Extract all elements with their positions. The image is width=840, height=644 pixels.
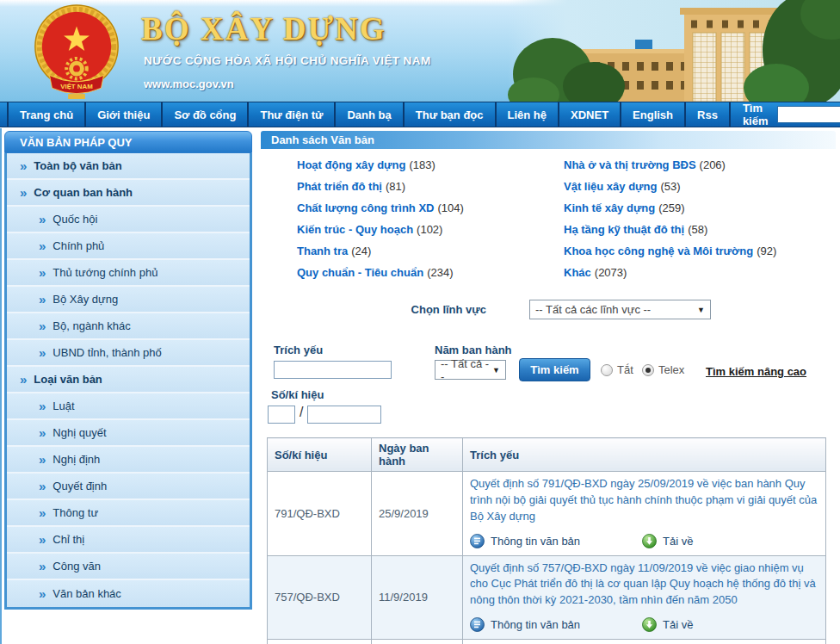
nav-item-thu-ban-doc[interactable]: Thư bạn đọc <box>405 102 497 127</box>
category-column-left: Hoạt động xây dựng(183) Phát triển đô th… <box>297 154 464 283</box>
category-hoat-dong-xay-dung: Hoạt động xây dựng(183) <box>297 154 464 176</box>
table-row: 791/QĐ-BXD 25/9/2019 Quyết định số 791/Q… <box>268 472 826 556</box>
sidebar-item-bo-xay-dung[interactable]: »Bộ Xây dựng <box>7 287 250 313</box>
sidebar-item-label: Quốc hội <box>52 213 97 226</box>
nav-item-gioi-thieu[interactable]: Giới thiệu <box>86 102 163 127</box>
sidebar-item-co-quan-ban-hanh[interactable]: »Cơ quan ban hành <box>7 180 250 207</box>
double-arrow-icon: » <box>39 266 46 279</box>
sidebar-item-luat[interactable]: »Luật <box>7 393 250 420</box>
category-vat-lieu-xay-dung: Vật liệu xây dựng(53) <box>564 176 776 197</box>
sidebar-item-toan-bo-van-ban[interactable]: »Toàn bộ văn bản <box>7 153 250 180</box>
category-kinh-te-xay-dung: Kinh tế xây dựng(259) <box>564 197 776 219</box>
radio-group-telex: Telex <box>642 363 684 376</box>
category-link[interactable]: Phát triển đô thị <box>297 180 382 193</box>
ki-hieu-input[interactable] <box>307 406 381 424</box>
tim-kiem-button[interactable]: Tìm kiếm <box>519 358 590 381</box>
sidebar-item-bo-nganh-khac[interactable]: »Bộ, ngành khác <box>7 313 250 340</box>
sidebar-item-label: Loại văn bản <box>34 373 102 386</box>
category-ha-tang-ky-thuat: Hạ tầng kỹ thuật đô thị(58) <box>564 219 776 240</box>
nav-item-thu-dien-tu[interactable]: Thư điện tử <box>249 102 336 127</box>
category-link[interactable]: Khác <box>564 266 591 279</box>
category-link[interactable]: Chất lượng công trình XD <box>297 201 434 214</box>
main-nav: Trang chủ Giới thiệu Sơ đồ cổng Thư điện… <box>0 102 840 127</box>
trich-yeu-input[interactable] <box>274 361 392 379</box>
sidebar-item-label: Thủ tướng chính phủ <box>52 266 158 279</box>
nam-selected-value: -- Tất cả -- <box>441 357 492 383</box>
sidebar-item-loai-van-ban[interactable]: »Loại văn bản <box>7 367 250 393</box>
nav-item-xdnet[interactable]: XDNET <box>559 102 621 127</box>
double-arrow-icon: » <box>20 186 27 199</box>
double-arrow-icon: » <box>39 293 46 306</box>
sidebar-item-quyet-dinh[interactable]: »Quyết định <box>7 474 250 500</box>
sidebar-item-ubnd-tinh-thanh-pho[interactable]: »UBND tỉnh, thành phố <box>7 340 250 367</box>
category-link[interactable]: Hạ tầng kỹ thuật đô thị <box>564 223 684 236</box>
download-icon <box>642 617 657 632</box>
site-header: VIỆT NAM BỘ XÂY DỰNG NƯỚC CỘNG HÒA XÃ HỘ… <box>0 0 840 102</box>
chevron-down-icon: ▼ <box>697 306 705 314</box>
doc-info-link[interactable]: Thông tin văn bản <box>470 617 580 632</box>
category-link[interactable]: Quy chuẩn - Tiêu chuẩn <box>297 266 423 279</box>
download-icon <box>642 534 657 548</box>
category-count: (58) <box>688 223 707 236</box>
doc-download-label: Tải về <box>663 618 693 631</box>
double-arrow-icon: » <box>20 159 27 172</box>
doc-date: 25/9/2019 <box>372 472 463 556</box>
nav-item-rss[interactable]: Rss <box>686 102 731 127</box>
sidebar-item-label: Nghị định <box>52 453 100 466</box>
sidebar-item-label: Toàn bộ văn bản <box>34 159 121 172</box>
double-arrow-icon: » <box>39 587 46 600</box>
vietnam-national-emblem: VIỆT NAM <box>26 3 127 101</box>
category-count: (104) <box>437 201 463 214</box>
double-arrow-icon: » <box>39 213 46 226</box>
sidebar-item-chinh-phu[interactable]: »Chính phủ <box>7 233 250 260</box>
nav-item-english[interactable]: English <box>621 102 686 127</box>
linh-vuc-select[interactable]: -- Tất cả các lĩnh vực -- ▼ <box>529 300 711 319</box>
sidebar-item-cong-van[interactable]: »Công văn <box>7 554 250 580</box>
category-link[interactable]: Vật liệu xây dựng <box>564 180 657 193</box>
nam-ban-hanh-select[interactable]: -- Tất cả -- ▼ <box>435 360 506 380</box>
double-arrow-icon: » <box>20 373 27 386</box>
category-link[interactable]: Khoa học công nghệ và Môi trường <box>564 245 753 257</box>
doc-download-link[interactable]: Tải về <box>642 534 693 548</box>
sidebar-list: »Toàn bộ văn bản »Cơ quan ban hành »Quốc… <box>4 153 252 610</box>
chevron-down-icon: ▼ <box>492 366 500 375</box>
doc-summary-link[interactable]: Quyết định số 791/QĐ-BXD ngày 25/09/2019… <box>470 476 818 525</box>
tat-radio[interactable] <box>601 364 613 376</box>
nav-item-lien-he[interactable]: Liên hệ <box>497 102 560 127</box>
category-link[interactable]: Hoạt động xây dựng <box>297 158 405 171</box>
advanced-search-link[interactable]: Tìm kiếm nâng cao <box>706 365 806 378</box>
sidebar-item-nghi-quyet[interactable]: »Nghị quyết <box>7 420 250 447</box>
category-link[interactable]: Nhà ở và thị trường BĐS <box>564 158 696 171</box>
sidebar-item-chi-thi[interactable]: »Chỉ thị <box>7 527 250 554</box>
document-info-icon <box>470 617 485 632</box>
page-left-border <box>0 128 2 644</box>
nav-item-so-do-cong[interactable]: Sơ đồ cổng <box>163 102 249 127</box>
sidebar-item-label: Cơ quan ban hành <box>34 186 133 199</box>
emblem-text: VIỆT NAM <box>60 83 93 90</box>
sidebar-item-label: Luật <box>52 399 74 412</box>
sidebar-item-van-ban-khac[interactable]: »Văn bản khác <box>7 580 250 607</box>
sidebar-item-label: Văn bản khác <box>52 587 121 600</box>
category-kien-truc-quy-hoach: Kiến trúc - Quy hoạch(102) <box>297 219 464 240</box>
doc-info-link[interactable]: Thông tin văn bản <box>470 534 580 548</box>
so-input[interactable] <box>268 406 295 424</box>
doc-summary-cell: Quyết định số 791/QĐ-BXD ngày 25/09/2019… <box>463 472 826 556</box>
category-link[interactable]: Kinh tế xây dựng <box>564 201 655 214</box>
category-count: (259) <box>658 201 684 214</box>
nav-search-input[interactable] <box>777 106 840 123</box>
so-ki-hieu-separator: / <box>300 405 303 420</box>
sidebar-item-thong-tu[interactable]: »Thông tư <box>7 500 250 527</box>
doc-download-label: Tải về <box>663 535 693 548</box>
nam-ban-hanh-label: Năm ban hành <box>435 344 512 356</box>
telex-radio[interactable] <box>642 364 654 376</box>
category-link[interactable]: Thanh tra <box>297 245 348 257</box>
sidebar-item-quoc-hoi[interactable]: »Quốc hội <box>7 207 250 233</box>
nav-item-trang-chu[interactable]: Trang chủ <box>7 102 86 127</box>
nav-item-danh-ba[interactable]: Danh bạ <box>336 102 404 127</box>
table-row: 754/QĐ-BXD 10/9/2019 Quyết định số 754/Q… <box>268 640 826 644</box>
doc-download-link[interactable]: Tải về <box>642 617 693 632</box>
sidebar-item-nghi-dinh[interactable]: »Nghị định <box>7 447 250 474</box>
doc-summary-link[interactable]: Quyết định số 757/QĐ-BXD ngày 11/09/2019… <box>470 560 818 610</box>
category-link[interactable]: Kiến trúc - Quy hoạch <box>297 223 413 236</box>
sidebar-item-thu-tuong-chinh-phu[interactable]: »Thủ tướng chính phủ <box>7 260 250 287</box>
